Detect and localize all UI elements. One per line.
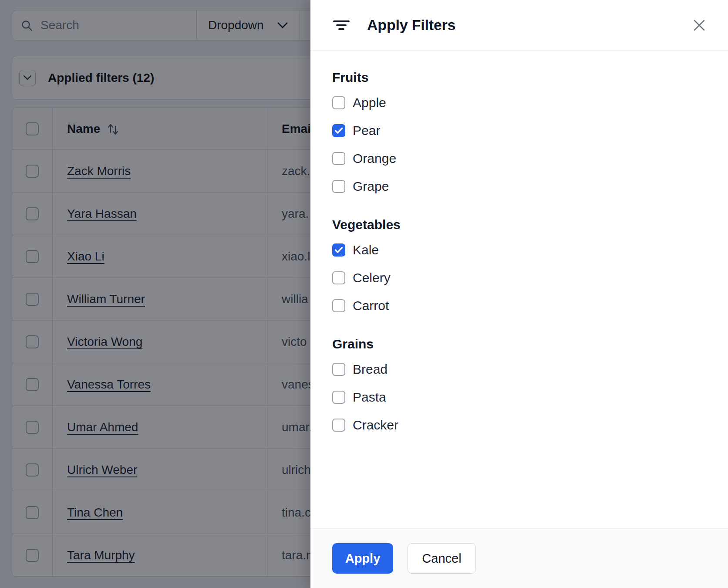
section-heading-fruits: Fruits — [332, 70, 711, 85]
filter-panel: Apply Filters Fruits Apple Pear Orange — [310, 0, 728, 588]
checkbox-label: Pasta — [353, 390, 386, 405]
checkbox[interactable] — [332, 271, 345, 284]
checkbox-label: Bread — [353, 362, 388, 377]
close-button[interactable] — [690, 16, 709, 35]
filter-option-pasta[interactable]: Pasta — [332, 383, 711, 411]
check-icon — [334, 127, 343, 134]
filter-option-celery[interactable]: Celery — [332, 264, 711, 292]
close-icon — [693, 19, 706, 32]
checkbox-label: Apple — [353, 95, 386, 110]
checkbox[interactable] — [332, 299, 345, 312]
filter-option-cracker[interactable]: Cracker — [332, 411, 711, 439]
apply-button[interactable]: Apply — [332, 543, 393, 574]
checkbox-label: Kale — [353, 243, 379, 257]
checkbox[interactable] — [332, 180, 345, 193]
filter-option-kale[interactable]: Kale — [332, 236, 711, 264]
checkbox-label: Celery — [353, 270, 391, 285]
checkbox[interactable] — [332, 391, 345, 404]
screen: Search Dropdown Applied filters (12) — [0, 0, 728, 588]
filter-option-bread[interactable]: Bread — [332, 355, 711, 383]
checkbox-label: Grape — [353, 179, 389, 194]
panel-body: Fruits Apple Pear Orange Grape Vegetable… — [332, 51, 711, 439]
checkbox[interactable] — [332, 152, 345, 165]
section-heading-vegetables: Vegetables — [332, 217, 711, 233]
panel-footer: Apply Cancel — [310, 528, 728, 588]
checkbox[interactable] — [332, 243, 345, 257]
filter-option-grape[interactable]: Grape — [332, 172, 711, 200]
checkbox[interactable] — [332, 124, 345, 137]
checkbox-label: Orange — [353, 151, 396, 166]
cancel-button[interactable]: Cancel — [408, 543, 476, 574]
section-heading-grains: Grains — [332, 336, 711, 352]
filter-option-orange[interactable]: Orange — [332, 145, 711, 172]
checkbox-label: Pear — [353, 123, 380, 138]
checkbox[interactable] — [332, 96, 345, 109]
checkbox-label: Carrot — [353, 298, 389, 313]
checkbox-label: Cracker — [353, 418, 398, 433]
check-icon — [334, 247, 343, 253]
filter-option-carrot[interactable]: Carrot — [332, 292, 711, 320]
checkbox[interactable] — [332, 419, 345, 432]
filter-icon — [333, 19, 350, 31]
filter-option-apple[interactable]: Apple — [332, 89, 711, 117]
panel-header: Apply Filters — [310, 0, 728, 51]
filter-option-pear[interactable]: Pear — [332, 117, 711, 145]
panel-title: Apply Filters — [367, 17, 455, 34]
checkbox[interactable] — [332, 363, 345, 376]
